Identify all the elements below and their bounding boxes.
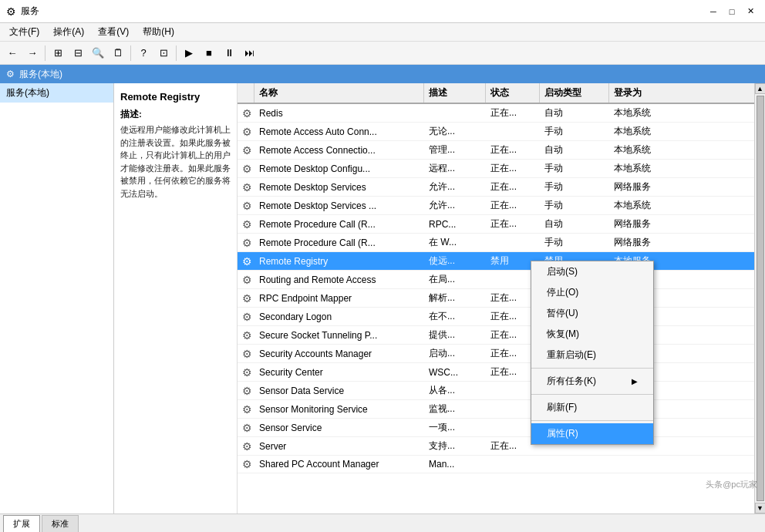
service-name: Redis xyxy=(254,104,424,122)
service-desc: 使远... xyxy=(424,252,486,270)
service-name: Security Center xyxy=(254,363,424,381)
service-name: Security Accounts Manager xyxy=(254,345,424,362)
table-row[interactable]: ⚙ Remote Desktop Configu... 远程... 正在... … xyxy=(238,160,754,178)
app-icon: ⚙ xyxy=(6,5,16,18)
table-row[interactable]: ⚙ Server 支持... 正在... xyxy=(238,437,754,456)
description-panel: Remote Registry 描述: 使远程用户能修改此计算机上的注册表设置。… xyxy=(114,83,238,513)
gear-icon: ⚙ xyxy=(242,181,252,194)
service-desc: 从各... xyxy=(424,382,486,399)
services-area: 名称 描述 状态 启动类型 登录为 ⚙ Redis 正在... 自动 本地系统 … xyxy=(238,83,754,513)
header-startup[interactable]: 启动类型 xyxy=(540,83,609,103)
table-row[interactable]: ⚙ Remote Desktop Services ... 允许... 正在..… xyxy=(238,197,754,215)
table-row[interactable]: ⚙ Routing and Remote Access 在局... xyxy=(238,271,754,289)
breadcrumb-text: 服务(本地) xyxy=(19,68,62,81)
scroll-down-button[interactable]: ▼ xyxy=(755,503,766,513)
table-row[interactable]: ⚙ RPC Endpoint Mapper 解析... 正在... xyxy=(238,289,754,308)
scroll-thumb[interactable] xyxy=(757,96,764,501)
service-icon-cell: ⚙ xyxy=(238,197,254,214)
service-name: Remote Desktop Services xyxy=(254,178,424,196)
toolbar-forward[interactable]: → xyxy=(23,44,42,62)
right-panel: Remote Registry 描述: 使远程用户能修改此计算机上的注册表设置。… xyxy=(114,83,765,513)
table-row[interactable]: ⚙ Secure Socket Tunneling P... 提供... 正在.… xyxy=(238,326,754,345)
toolbar-expand[interactable]: ⊞ xyxy=(49,44,67,62)
context-menu-item[interactable]: 恢复(M) xyxy=(531,324,653,345)
context-menu-item[interactable]: 暂停(U) xyxy=(531,303,653,324)
menu-help[interactable]: 帮助(H) xyxy=(136,24,180,40)
context-menu-item[interactable]: 启动(S) xyxy=(531,261,653,282)
title-bar-left: ⚙ 服务 xyxy=(6,5,39,18)
table-row[interactable]: ⚙ Sensor Monitoring Service 监视... xyxy=(238,400,754,419)
menu-view[interactable]: 查看(V) xyxy=(92,24,135,40)
service-startup: 手动 xyxy=(540,234,609,251)
table-row[interactable]: ⚙ Security Accounts Manager 启动... 正在... xyxy=(238,345,754,363)
context-menu-item[interactable]: 属性(R) xyxy=(531,423,653,444)
service-status: 正在... xyxy=(486,178,540,196)
header-name[interactable]: 名称 xyxy=(254,83,424,103)
service-desc xyxy=(424,104,486,122)
submenu-arrow-icon: ▶ xyxy=(632,377,638,386)
gear-icon: ⚙ xyxy=(242,329,252,342)
header-desc[interactable]: 描述 xyxy=(424,83,486,103)
service-startup: 手动 xyxy=(540,160,609,177)
header-login[interactable]: 登录为 xyxy=(609,83,671,103)
service-startup xyxy=(540,456,609,473)
toolbar-help[interactable]: ? xyxy=(134,44,153,62)
menu-file[interactable]: 文件(F) xyxy=(3,24,45,40)
menu-action[interactable]: 操作(A) xyxy=(47,24,90,40)
toolbar-sep2 xyxy=(130,45,131,61)
bottom-tabs: 扩展 标准 xyxy=(0,513,765,532)
service-desc: 启动... xyxy=(424,345,486,362)
table-row[interactable]: ⚙ Remote Desktop Services 允许... 正在... 手动… xyxy=(238,178,754,197)
tab-expand[interactable]: 扩展 xyxy=(3,515,40,532)
sidebar-item-services[interactable]: 服务(本地) xyxy=(0,83,113,103)
service-login: 网络服务 xyxy=(609,234,671,251)
service-name: Remote Desktop Configu... xyxy=(254,160,424,177)
service-icon-cell: ⚙ xyxy=(238,141,254,159)
table-row[interactable]: ⚙ Remote Procedure Call (R... 在 W... 手动 … xyxy=(238,234,754,252)
toolbar-stop[interactable]: ■ xyxy=(200,44,218,62)
table-row[interactable]: ⚙ Shared PC Account Manager Man... xyxy=(238,456,754,473)
watermark: 头条@pc玩家 xyxy=(706,479,757,490)
table-row[interactable]: ⚙ Remote Access Connectio... 管理... 正在...… xyxy=(238,141,754,160)
service-name: Shared PC Account Manager xyxy=(254,456,424,473)
service-login: 本地系统 xyxy=(609,160,671,177)
table-row[interactable]: ⚙ Remote Access Auto Conn... 无论... 手动 本地… xyxy=(238,123,754,141)
minimize-button[interactable]: ─ xyxy=(705,3,722,20)
scrollbar[interactable]: ▲ ▼ xyxy=(754,83,765,513)
table-row[interactable]: ⚙ Sensor Data Service 从各... xyxy=(238,382,754,400)
gear-icon: ⚙ xyxy=(242,107,252,120)
close-button[interactable]: ✕ xyxy=(742,3,759,20)
table-row[interactable]: ⚙ Redis 正在... 自动 本地系统 xyxy=(238,104,754,123)
context-menu-item[interactable]: 刷新(F) xyxy=(531,397,653,418)
header-icon[interactable] xyxy=(238,83,254,103)
header-status[interactable]: 状态 xyxy=(486,83,540,103)
service-name: Sensor Data Service xyxy=(254,382,424,399)
tab-standard[interactable]: 标准 xyxy=(42,515,79,532)
title-bar: ⚙ 服务 ─ □ ✕ xyxy=(0,0,765,23)
table-row[interactable]: ⚙ Remote Registry 使远... 禁用 禁用 本地服务 xyxy=(238,252,754,271)
service-login xyxy=(609,456,671,473)
table-row[interactable]: ⚙ Sensor Service 一项... xyxy=(238,419,754,437)
table-row[interactable]: ⚙ Secondary Logon 在不... 正在... xyxy=(238,308,754,326)
toolbar-back[interactable]: ← xyxy=(3,44,22,62)
toolbar-pause[interactable]: ⏸ xyxy=(220,44,238,62)
service-status: 正在... xyxy=(486,141,540,159)
context-menu-item[interactable]: 停止(O) xyxy=(531,282,653,303)
context-menu-item[interactable]: 重新启动(E) xyxy=(531,345,653,365)
toolbar-collapse[interactable]: ⊟ xyxy=(69,44,87,62)
scroll-up-button[interactable]: ▲ xyxy=(755,83,766,94)
maximize-button[interactable]: □ xyxy=(723,3,740,20)
service-icon-cell: ⚙ xyxy=(238,419,254,436)
toolbar-grid[interactable]: ⊡ xyxy=(154,44,173,62)
service-icon-cell: ⚙ xyxy=(238,123,254,140)
toolbar-doc[interactable]: 🗒 xyxy=(109,44,127,62)
service-status: 正在... xyxy=(486,197,540,214)
toolbar-play[interactable]: ▶ xyxy=(180,44,198,62)
service-status xyxy=(486,456,540,473)
context-menu-item[interactable]: 所有任务(K)▶ xyxy=(531,371,653,392)
toolbar-skip[interactable]: ⏭ xyxy=(240,44,258,62)
table-row[interactable]: ⚙ Security Center WSC... 正在... xyxy=(238,363,754,382)
table-row[interactable]: ⚙ Remote Procedure Call (R... RPC... 正在.… xyxy=(238,215,754,234)
toolbar-search[interactable]: 🔍 xyxy=(89,44,107,62)
context-menu-separator xyxy=(531,368,653,369)
